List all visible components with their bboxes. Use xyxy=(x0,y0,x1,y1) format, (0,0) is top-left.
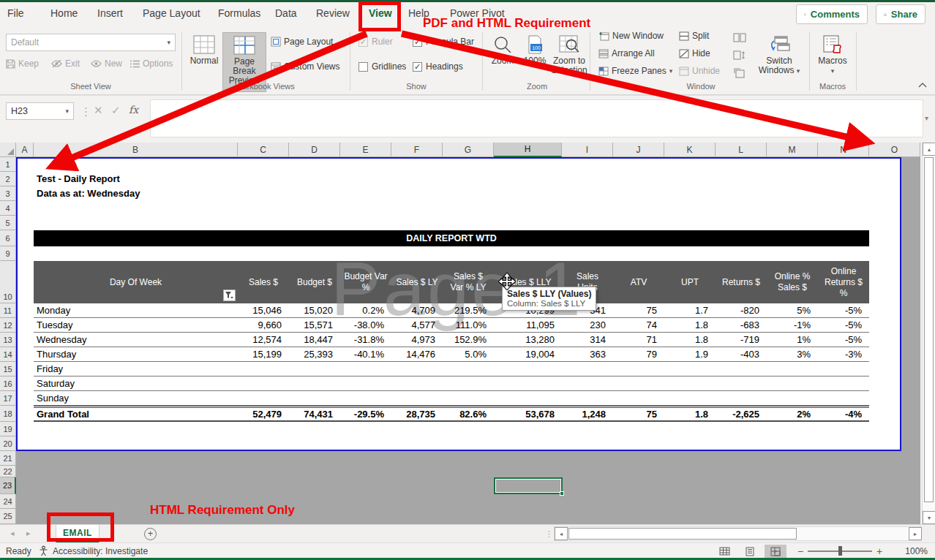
row-header-3[interactable]: 3 xyxy=(0,186,16,201)
ribbon-tab-data[interactable]: Data xyxy=(275,7,297,19)
table-cell[interactable]: 2% xyxy=(767,408,818,420)
row-header-21[interactable]: 21 xyxy=(0,451,16,466)
comments-button[interactable]: Comments xyxy=(796,4,868,24)
table-cell[interactable]: 15,020 xyxy=(289,303,340,317)
table-cell[interactable]: -38.0% xyxy=(340,318,391,332)
status-normal-view-button[interactable] xyxy=(713,545,735,558)
table-cell[interactable] xyxy=(340,362,391,376)
table-cell[interactable]: Sunday xyxy=(34,391,238,405)
table-cell[interactable] xyxy=(391,391,443,405)
table-cell[interactable]: 152.9% xyxy=(443,333,494,347)
table-cell[interactable] xyxy=(818,377,869,390)
table-header-cell[interactable]: Budget $ xyxy=(289,261,340,303)
table-cell[interactable]: 1.8 xyxy=(664,318,716,332)
formula-input[interactable] xyxy=(150,99,923,137)
table-cell[interactable] xyxy=(238,362,289,376)
table-cell[interactable]: 1.8 xyxy=(664,408,716,420)
formula-bar-checkbox[interactable]: Formula Bar xyxy=(413,37,474,47)
column-header-K[interactable]: K xyxy=(664,143,716,157)
table-cell[interactable] xyxy=(664,377,716,390)
table-cell[interactable]: -31.8% xyxy=(340,333,391,347)
column-header-E[interactable]: E xyxy=(340,143,391,157)
scroll-down-icon[interactable]: ▾ xyxy=(923,511,935,524)
table-cell[interactable]: -1% xyxy=(767,318,818,332)
table-cell[interactable]: 314 xyxy=(562,333,613,347)
add-sheet-button[interactable]: + xyxy=(144,528,157,540)
table-cell[interactable]: 15,571 xyxy=(289,318,340,332)
table-cell[interactable]: Monday xyxy=(34,303,238,317)
table-cell[interactable] xyxy=(664,362,716,376)
row-header-2[interactable]: 2 xyxy=(0,172,16,186)
table-header-cell[interactable]: Returns $ xyxy=(716,261,767,303)
column-header-L[interactable]: L xyxy=(716,143,767,157)
sheet-tab-email[interactable]: EMAIL xyxy=(56,525,99,543)
row-header-9[interactable]: 9 xyxy=(0,246,16,261)
table-cell[interactable]: 1.7 xyxy=(664,303,716,317)
insert-function-icon[interactable]: fx xyxy=(129,104,138,116)
table-cell[interactable] xyxy=(562,362,613,376)
collapse-ribbon-icon[interactable] xyxy=(917,82,928,88)
table-cell[interactable] xyxy=(613,362,664,376)
table-cell[interactable]: -40.1% xyxy=(340,347,391,361)
table-cell[interactable] xyxy=(818,391,869,405)
table-cell[interactable]: 13,280 xyxy=(494,333,562,347)
expand-formula-bar-icon[interactable]: ▾ xyxy=(925,114,928,122)
ribbon-tab-review[interactable]: Review xyxy=(316,7,350,19)
table-cell[interactable]: 28,735 xyxy=(391,408,443,420)
column-header-A[interactable]: A xyxy=(16,143,34,157)
table-cell[interactable]: Wednesday xyxy=(34,333,238,347)
table-cell[interactable]: 0.2% xyxy=(340,303,391,317)
table-cell[interactable] xyxy=(716,391,767,405)
table-cell[interactable] xyxy=(494,377,562,390)
ribbon-tab-view[interactable]: View xyxy=(369,7,392,19)
status-page-layout-button[interactable] xyxy=(739,545,761,558)
table-header-cell[interactable]: Sales $ Var % LY xyxy=(443,261,494,303)
selected-cell-h23[interactable] xyxy=(494,477,563,494)
table-cell[interactable]: 52,479 xyxy=(238,408,289,420)
table-cell[interactable]: -820 xyxy=(716,303,767,317)
column-header-J[interactable]: J xyxy=(613,143,664,157)
sheet-nav-right-icon[interactable]: ▸ xyxy=(26,529,31,538)
table-header-cell[interactable]: Sales $ xyxy=(238,261,289,303)
table-cell[interactable] xyxy=(443,362,494,376)
table-cell[interactable]: -2,625 xyxy=(716,408,767,420)
row-header-20[interactable]: 20 xyxy=(0,436,16,451)
table-cell[interactable] xyxy=(238,377,289,390)
column-header-C[interactable]: C xyxy=(238,143,289,157)
table-cell[interactable]: 230 xyxy=(562,318,613,332)
row-header-25[interactable]: 25 xyxy=(0,509,16,524)
table-cell[interactable]: Tuesday xyxy=(34,318,238,332)
column-header-B[interactable]: B xyxy=(34,143,238,157)
vertical-scroll-thumb[interactable] xyxy=(924,157,934,502)
row-header-14[interactable]: 14 xyxy=(0,347,16,362)
table-cell[interactable] xyxy=(664,391,716,405)
table-cell[interactable]: Thursday xyxy=(34,347,238,361)
table-cell[interactable] xyxy=(494,391,562,405)
table-cell[interactable]: 11,095 xyxy=(494,318,562,332)
table-cell[interactable]: 79 xyxy=(613,347,664,361)
table-cell[interactable] xyxy=(391,362,443,376)
gridlines-checkbox[interactable]: Gridlines xyxy=(358,61,406,72)
table-cell[interactable]: Grand Total xyxy=(34,408,238,420)
table-cell[interactable]: 4,709 xyxy=(391,303,443,317)
chevron-down-icon[interactable]: ▾ xyxy=(65,107,69,115)
tabbar-splitter[interactable]: ⋮ xyxy=(545,529,554,539)
row-header-22[interactable]: 22 xyxy=(0,466,16,477)
table-cell[interactable]: 15,046 xyxy=(238,303,289,317)
table-cell[interactable]: -4% xyxy=(818,408,869,420)
status-page-break-button[interactable] xyxy=(765,545,786,558)
table-cell[interactable]: -5% xyxy=(818,303,869,317)
headings-checkbox[interactable]: Headings xyxy=(413,61,463,72)
table-cell[interactable] xyxy=(443,391,494,405)
new-window-button[interactable]: New Window xyxy=(598,31,664,41)
row-header-24[interactable]: 24 xyxy=(0,494,16,509)
table-cell[interactable]: 18,447 xyxy=(289,333,340,347)
table-cell[interactable] xyxy=(289,391,340,405)
freeze-panes-button[interactable]: Freeze Panes ▾ xyxy=(598,66,672,76)
ribbon-tab-insert[interactable]: Insert xyxy=(97,7,123,19)
table-header-cell[interactable]: Sales $ LY xyxy=(391,261,443,303)
table-cell[interactable]: 5% xyxy=(767,303,818,317)
table-cell[interactable] xyxy=(767,391,818,405)
table-header-cell[interactable]: Budget Var % xyxy=(340,261,391,303)
table-cell[interactable] xyxy=(767,377,818,390)
